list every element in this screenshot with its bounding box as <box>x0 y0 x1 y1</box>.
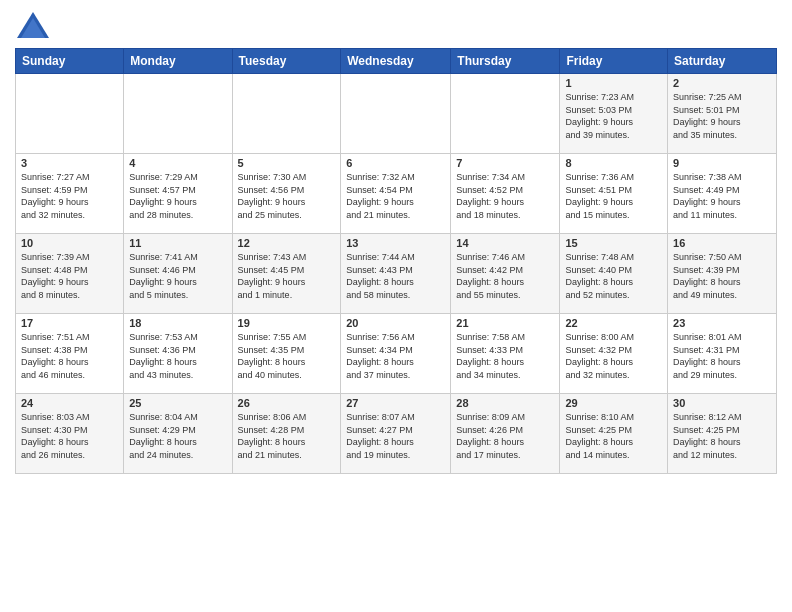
day-info: Sunrise: 8:00 AM Sunset: 4:32 PM Dayligh… <box>565 331 662 381</box>
calendar-cell: 21Sunrise: 7:58 AM Sunset: 4:33 PM Dayli… <box>451 314 560 394</box>
day-number: 5 <box>238 157 336 169</box>
calendar-cell: 7Sunrise: 7:34 AM Sunset: 4:52 PM Daylig… <box>451 154 560 234</box>
calendar-cell: 2Sunrise: 7:25 AM Sunset: 5:01 PM Daylig… <box>668 74 777 154</box>
calendar-header-tuesday: Tuesday <box>232 49 341 74</box>
calendar-cell: 27Sunrise: 8:07 AM Sunset: 4:27 PM Dayli… <box>341 394 451 474</box>
day-number: 14 <box>456 237 554 249</box>
day-info: Sunrise: 8:12 AM Sunset: 4:25 PM Dayligh… <box>673 411 771 461</box>
calendar-cell: 25Sunrise: 8:04 AM Sunset: 4:29 PM Dayli… <box>124 394 232 474</box>
day-number: 29 <box>565 397 662 409</box>
day-number: 18 <box>129 317 226 329</box>
calendar-header-monday: Monday <box>124 49 232 74</box>
logo-brand <box>15 10 51 40</box>
calendar-cell: 17Sunrise: 7:51 AM Sunset: 4:38 PM Dayli… <box>16 314 124 394</box>
day-number: 12 <box>238 237 336 249</box>
calendar-cell: 28Sunrise: 8:09 AM Sunset: 4:26 PM Dayli… <box>451 394 560 474</box>
calendar-cell <box>232 74 341 154</box>
calendar-cell: 10Sunrise: 7:39 AM Sunset: 4:48 PM Dayli… <box>16 234 124 314</box>
day-number: 27 <box>346 397 445 409</box>
calendar-cell: 22Sunrise: 8:00 AM Sunset: 4:32 PM Dayli… <box>560 314 668 394</box>
day-number: 15 <box>565 237 662 249</box>
header <box>15 10 777 40</box>
day-info: Sunrise: 7:48 AM Sunset: 4:40 PM Dayligh… <box>565 251 662 301</box>
day-info: Sunrise: 7:29 AM Sunset: 4:57 PM Dayligh… <box>129 171 226 221</box>
calendar-cell <box>341 74 451 154</box>
day-info: Sunrise: 8:04 AM Sunset: 4:29 PM Dayligh… <box>129 411 226 461</box>
calendar-cell: 23Sunrise: 8:01 AM Sunset: 4:31 PM Dayli… <box>668 314 777 394</box>
calendar-cell <box>16 74 124 154</box>
day-number: 28 <box>456 397 554 409</box>
day-info: Sunrise: 7:39 AM Sunset: 4:48 PM Dayligh… <box>21 251 118 301</box>
day-number: 2 <box>673 77 771 89</box>
calendar-header-wednesday: Wednesday <box>341 49 451 74</box>
calendar-header-thursday: Thursday <box>451 49 560 74</box>
calendar-cell: 6Sunrise: 7:32 AM Sunset: 4:54 PM Daylig… <box>341 154 451 234</box>
day-number: 26 <box>238 397 336 409</box>
day-number: 19 <box>238 317 336 329</box>
day-number: 17 <box>21 317 118 329</box>
day-number: 10 <box>21 237 118 249</box>
day-info: Sunrise: 7:36 AM Sunset: 4:51 PM Dayligh… <box>565 171 662 221</box>
calendar-cell: 20Sunrise: 7:56 AM Sunset: 4:34 PM Dayli… <box>341 314 451 394</box>
calendar-header-saturday: Saturday <box>668 49 777 74</box>
calendar-week-4: 17Sunrise: 7:51 AM Sunset: 4:38 PM Dayli… <box>16 314 777 394</box>
day-number: 23 <box>673 317 771 329</box>
day-info: Sunrise: 8:07 AM Sunset: 4:27 PM Dayligh… <box>346 411 445 461</box>
day-number: 7 <box>456 157 554 169</box>
day-info: Sunrise: 7:50 AM Sunset: 4:39 PM Dayligh… <box>673 251 771 301</box>
calendar-week-1: 1Sunrise: 7:23 AM Sunset: 5:03 PM Daylig… <box>16 74 777 154</box>
day-number: 4 <box>129 157 226 169</box>
calendar-cell: 12Sunrise: 7:43 AM Sunset: 4:45 PM Dayli… <box>232 234 341 314</box>
calendar-week-5: 24Sunrise: 8:03 AM Sunset: 4:30 PM Dayli… <box>16 394 777 474</box>
calendar-cell <box>124 74 232 154</box>
day-number: 8 <box>565 157 662 169</box>
day-info: Sunrise: 7:51 AM Sunset: 4:38 PM Dayligh… <box>21 331 118 381</box>
calendar-cell: 30Sunrise: 8:12 AM Sunset: 4:25 PM Dayli… <box>668 394 777 474</box>
calendar-cell: 5Sunrise: 7:30 AM Sunset: 4:56 PM Daylig… <box>232 154 341 234</box>
calendar-cell: 11Sunrise: 7:41 AM Sunset: 4:46 PM Dayli… <box>124 234 232 314</box>
day-info: Sunrise: 8:03 AM Sunset: 4:30 PM Dayligh… <box>21 411 118 461</box>
day-info: Sunrise: 7:58 AM Sunset: 4:33 PM Dayligh… <box>456 331 554 381</box>
day-info: Sunrise: 7:46 AM Sunset: 4:42 PM Dayligh… <box>456 251 554 301</box>
day-info: Sunrise: 7:30 AM Sunset: 4:56 PM Dayligh… <box>238 171 336 221</box>
calendar-cell: 16Sunrise: 7:50 AM Sunset: 4:39 PM Dayli… <box>668 234 777 314</box>
calendar-header-friday: Friday <box>560 49 668 74</box>
day-number: 11 <box>129 237 226 249</box>
day-info: Sunrise: 7:55 AM Sunset: 4:35 PM Dayligh… <box>238 331 336 381</box>
day-number: 24 <box>21 397 118 409</box>
logo <box>15 10 51 40</box>
calendar-cell: 14Sunrise: 7:46 AM Sunset: 4:42 PM Dayli… <box>451 234 560 314</box>
day-number: 21 <box>456 317 554 329</box>
day-number: 9 <box>673 157 771 169</box>
day-number: 22 <box>565 317 662 329</box>
calendar-header-row: SundayMondayTuesdayWednesdayThursdayFrid… <box>16 49 777 74</box>
day-info: Sunrise: 8:09 AM Sunset: 4:26 PM Dayligh… <box>456 411 554 461</box>
day-number: 25 <box>129 397 226 409</box>
calendar-cell: 1Sunrise: 7:23 AM Sunset: 5:03 PM Daylig… <box>560 74 668 154</box>
day-number: 20 <box>346 317 445 329</box>
calendar-cell: 3Sunrise: 7:27 AM Sunset: 4:59 PM Daylig… <box>16 154 124 234</box>
day-info: Sunrise: 7:44 AM Sunset: 4:43 PM Dayligh… <box>346 251 445 301</box>
day-info: Sunrise: 7:34 AM Sunset: 4:52 PM Dayligh… <box>456 171 554 221</box>
day-info: Sunrise: 7:38 AM Sunset: 4:49 PM Dayligh… <box>673 171 771 221</box>
day-info: Sunrise: 7:32 AM Sunset: 4:54 PM Dayligh… <box>346 171 445 221</box>
day-info: Sunrise: 8:01 AM Sunset: 4:31 PM Dayligh… <box>673 331 771 381</box>
calendar-cell: 18Sunrise: 7:53 AM Sunset: 4:36 PM Dayli… <box>124 314 232 394</box>
calendar-cell <box>451 74 560 154</box>
calendar-header-sunday: Sunday <box>16 49 124 74</box>
calendar-cell: 24Sunrise: 8:03 AM Sunset: 4:30 PM Dayli… <box>16 394 124 474</box>
day-info: Sunrise: 7:25 AM Sunset: 5:01 PM Dayligh… <box>673 91 771 141</box>
day-number: 16 <box>673 237 771 249</box>
calendar-cell: 26Sunrise: 8:06 AM Sunset: 4:28 PM Dayli… <box>232 394 341 474</box>
day-info: Sunrise: 7:56 AM Sunset: 4:34 PM Dayligh… <box>346 331 445 381</box>
day-number: 30 <box>673 397 771 409</box>
day-info: Sunrise: 7:53 AM Sunset: 4:36 PM Dayligh… <box>129 331 226 381</box>
day-number: 3 <box>21 157 118 169</box>
day-number: 6 <box>346 157 445 169</box>
calendar-week-2: 3Sunrise: 7:27 AM Sunset: 4:59 PM Daylig… <box>16 154 777 234</box>
day-info: Sunrise: 7:43 AM Sunset: 4:45 PM Dayligh… <box>238 251 336 301</box>
calendar-week-3: 10Sunrise: 7:39 AM Sunset: 4:48 PM Dayli… <box>16 234 777 314</box>
day-number: 1 <box>565 77 662 89</box>
calendar: SundayMondayTuesdayWednesdayThursdayFrid… <box>15 48 777 474</box>
calendar-cell: 13Sunrise: 7:44 AM Sunset: 4:43 PM Dayli… <box>341 234 451 314</box>
